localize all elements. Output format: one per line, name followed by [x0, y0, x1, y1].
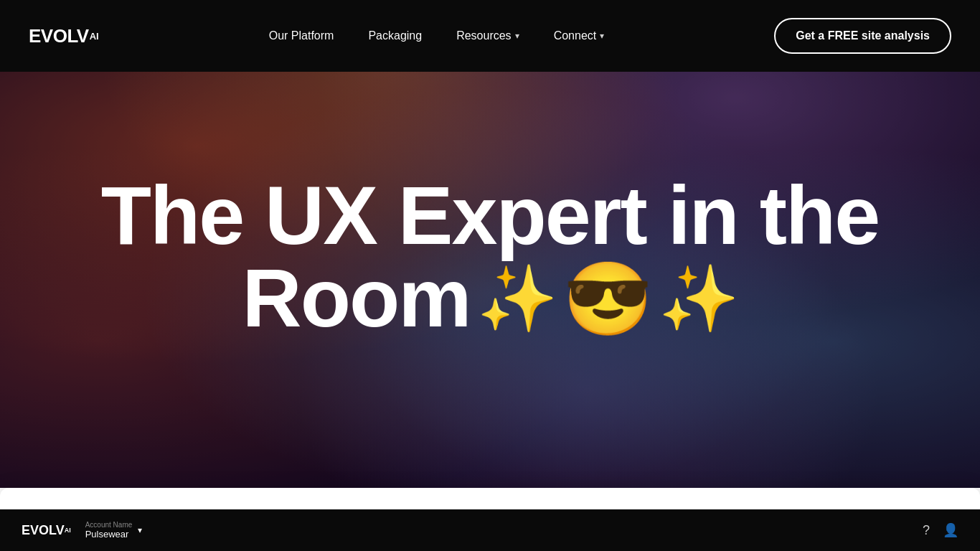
navbar: EVOLVAI Our Platform Packaging Resources…: [0, 0, 980, 72]
logo-superscript: AI: [90, 31, 99, 42]
sparkle-right-emoji: ✨: [659, 266, 738, 331]
logo-text: EVOLV: [29, 25, 89, 47]
hero-title-line1: The UX Expert in the: [29, 174, 951, 257]
app-bar-logo-sup: AI: [65, 527, 71, 534]
sunglasses-emoji: 😎: [563, 263, 651, 334]
account-label-group: Account Name Pulsewear: [85, 521, 133, 540]
nav-our-platform[interactable]: Our Platform: [269, 29, 334, 42]
sparkle-left-emoji: ✨: [477, 266, 556, 331]
nav-our-platform-label: Our Platform: [269, 29, 334, 42]
app-bar-logo-text: EVOLV: [22, 523, 65, 538]
account-label-title: Account Name: [85, 521, 133, 529]
hero-content: The UX Expert in the Room ✨ 😎 ✨: [0, 174, 980, 339]
chevron-down-icon: ▾: [600, 31, 604, 41]
cta-button[interactable]: Get a FREE site analysis: [774, 18, 951, 54]
account-chevron-icon: ▾: [138, 525, 142, 535]
nav-resources[interactable]: Resources ▾: [456, 29, 519, 42]
hero-title-room-text: Room: [242, 257, 471, 339]
help-icon[interactable]: ?: [923, 523, 930, 538]
user-icon[interactable]: 👤: [943, 522, 958, 538]
nav-connect[interactable]: Connect ▾: [554, 29, 605, 42]
hero-section: The UX Expert in the Room ✨ 😎 ✨: [0, 0, 980, 488]
logo[interactable]: EVOLVAI: [29, 25, 99, 47]
nav-packaging[interactable]: Packaging: [368, 29, 422, 42]
nav-packaging-label: Packaging: [368, 29, 422, 42]
app-bar-logo[interactable]: EVOLVAI: [22, 523, 71, 538]
app-bar-right: ? 👤: [923, 522, 958, 538]
account-name: Pulsewear: [85, 529, 133, 540]
hero-title-line2: Room ✨ 😎 ✨: [29, 257, 951, 339]
account-selector[interactable]: Account Name Pulsewear ▾: [85, 521, 143, 540]
chevron-down-icon: ▾: [515, 31, 519, 41]
nav-connect-label: Connect: [554, 29, 597, 42]
nav-resources-label: Resources: [456, 29, 511, 42]
app-bar: EVOLVAI Account Name Pulsewear ▾ ? 👤: [0, 509, 980, 551]
nav-links: Our Platform Packaging Resources ▾ Conne…: [269, 29, 604, 42]
app-bar-left: EVOLVAI Account Name Pulsewear ▾: [22, 521, 142, 540]
